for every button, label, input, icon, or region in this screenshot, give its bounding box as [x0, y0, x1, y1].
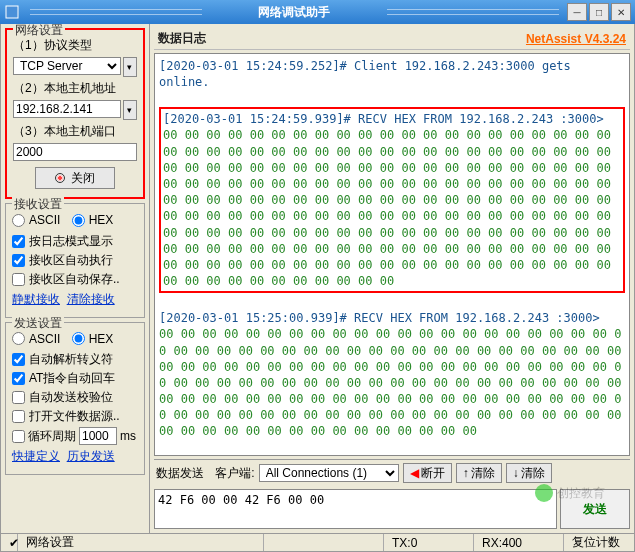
recv-hex-radio[interactable]: [72, 214, 85, 227]
hex-block-1: [2020-03-01 15:24:59.939]# RECV HEX FROM…: [159, 107, 625, 293]
log-title: 数据日志: [158, 30, 206, 47]
send-settings-group: 发送设置 ASCII HEX 自动解析转义符 AT指令自动回车 自动发送校验位 …: [5, 322, 145, 476]
hex-block-2: [2020-03-01 15:25:00.939]# RECV HEX FROM…: [159, 310, 625, 440]
main-panel: 数据日志 NetAssist V4.3.24 [2020-03-01 15:24…: [149, 24, 634, 533]
clear-down-button[interactable]: ↓清除: [506, 463, 552, 483]
recv-log-mode-check[interactable]: [12, 235, 25, 248]
host-dropdown-icon[interactable]: ▾: [123, 100, 137, 120]
clear-up-button[interactable]: ↑清除: [456, 463, 502, 483]
protocol-select[interactable]: TCP Server: [13, 57, 121, 75]
send-settings-title: 发送设置: [12, 315, 64, 332]
host-input[interactable]: [13, 100, 121, 118]
svg-rect-0: [6, 6, 18, 18]
send-button[interactable]: 发送: [560, 489, 630, 529]
network-settings-title: 网络设置: [13, 24, 65, 39]
recv-settings-title: 接收设置: [12, 196, 64, 213]
protocol-label: （1）协议类型: [13, 37, 137, 54]
loop-period-input[interactable]: [79, 427, 117, 445]
port-input[interactable]: [13, 143, 137, 161]
statusbar: ✔ 网络设置 TX:0 RX:400 复位计数: [0, 534, 635, 552]
client-label: 客户端:: [215, 465, 254, 482]
status-reset[interactable]: 复位计数: [564, 534, 634, 551]
network-settings-group: 网络设置 （1）协议类型 TCP Server ▾ （2）本地主机地址 ▾ （3…: [5, 28, 145, 199]
status-net-settings: 网络设置: [18, 534, 264, 551]
recv-ascii-radio[interactable]: [12, 214, 25, 227]
history-link[interactable]: 历史发送: [67, 449, 115, 463]
send-hex-radio[interactable]: [72, 332, 85, 345]
clear-recv-link[interactable]: 清除接收: [67, 292, 115, 306]
log-area[interactable]: [2020-03-01 15:24:59.252]# Client 192.16…: [154, 53, 630, 456]
send-at-cr-check[interactable]: [12, 372, 25, 385]
host-label: （2）本地主机地址: [13, 80, 137, 97]
send-loop-check[interactable]: [12, 430, 25, 443]
send-input[interactable]: 42 F6 00 00 42 F6 00 00: [154, 489, 557, 529]
silent-recv-link[interactable]: 静默接收: [12, 292, 60, 306]
maximize-button[interactable]: □: [589, 3, 609, 21]
send-data-label: 数据发送: [156, 465, 204, 482]
send-escape-check[interactable]: [12, 353, 25, 366]
titlebar: 网络调试助手 ─ □ ✕: [0, 0, 635, 24]
port-label: （3）本地主机端口: [13, 123, 137, 140]
log-client-line: [2020-03-01 15:24:59.252]# Client 192.16…: [159, 58, 625, 90]
recv-auto-save-check[interactable]: [12, 273, 25, 286]
close-window-button[interactable]: ✕: [611, 3, 631, 21]
app-icon: [4, 4, 20, 20]
connections-select[interactable]: All Connections (1): [259, 464, 399, 482]
send-ascii-radio[interactable]: [12, 332, 25, 345]
status-ready-icon: ✔: [1, 534, 18, 551]
record-icon: [55, 173, 65, 183]
status-tx: TX:0: [384, 534, 474, 551]
sidebar: 网络设置 （1）协议类型 TCP Server ▾ （2）本地主机地址 ▾ （3…: [1, 24, 149, 533]
minimize-button[interactable]: ─: [567, 3, 587, 21]
status-rx: RX:400: [474, 534, 564, 551]
version-link[interactable]: NetAssist V4.3.24: [526, 32, 626, 46]
close-button[interactable]: 关闭: [35, 167, 115, 189]
recv-settings-group: 接收设置 ASCII HEX 按日志模式显示 接收区自动执行 接收区自动保存..…: [5, 203, 145, 318]
send-checksum-check[interactable]: [12, 391, 25, 404]
send-open-file-check[interactable]: [12, 410, 25, 423]
recv-auto-exec-check[interactable]: [12, 254, 25, 267]
protocol-dropdown-icon[interactable]: ▾: [123, 57, 137, 77]
window-title: 网络调试助手: [208, 4, 380, 21]
quick-def-link[interactable]: 快捷定义: [12, 449, 60, 463]
send-header: 数据发送 客户端: All Connections (1) ◀断开 ↑清除 ↓清…: [154, 459, 630, 486]
disconnect-button[interactable]: ◀断开: [403, 463, 452, 483]
